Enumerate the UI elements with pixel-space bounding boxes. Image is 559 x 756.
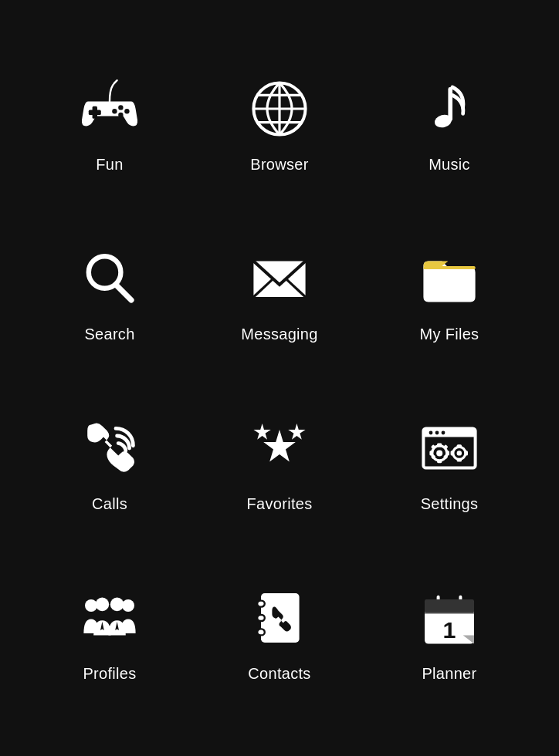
svg-marker-20 bbox=[253, 424, 270, 440]
gamepad-icon bbox=[75, 74, 144, 143]
calendar-icon: 1 bbox=[415, 583, 484, 653]
svg-point-2 bbox=[118, 105, 123, 110]
app-item-favorites[interactable]: Favorites bbox=[195, 378, 364, 548]
app-label-favorites: Favorites bbox=[247, 495, 313, 513]
svg-rect-50 bbox=[257, 600, 265, 606]
svg-point-3 bbox=[124, 109, 129, 113]
app-item-calls[interactable]: Calls bbox=[25, 378, 195, 548]
app-item-music[interactable]: Music bbox=[364, 39, 534, 208]
app-item-myfiles[interactable]: My Files bbox=[364, 208, 534, 378]
svg-rect-29 bbox=[437, 443, 442, 447]
app-item-contacts[interactable]: Contacts bbox=[195, 548, 364, 717]
app-label-contacts: Contacts bbox=[248, 665, 310, 683]
search-icon bbox=[75, 244, 144, 313]
globe-icon bbox=[245, 74, 314, 143]
svg-point-28 bbox=[436, 450, 442, 456]
svg-rect-51 bbox=[257, 615, 265, 621]
svg-rect-41 bbox=[451, 451, 454, 455]
svg-marker-19 bbox=[263, 430, 296, 462]
svg-point-4 bbox=[118, 112, 123, 116]
app-item-messaging[interactable]: Messaging bbox=[195, 208, 364, 378]
svg-rect-1 bbox=[89, 110, 101, 114]
mail-icon bbox=[245, 244, 314, 313]
svg-point-43 bbox=[85, 599, 97, 612]
svg-rect-30 bbox=[437, 459, 442, 463]
app-item-fun[interactable]: Fun bbox=[25, 39, 195, 208]
app-label-music: Music bbox=[429, 156, 470, 174]
app-label-myfiles: My Files bbox=[420, 326, 479, 343]
app-label-fun: Fun bbox=[96, 156, 123, 174]
profiles-icon bbox=[75, 583, 144, 653]
app-label-browser: Browser bbox=[250, 156, 308, 174]
svg-rect-42 bbox=[465, 451, 468, 455]
app-item-settings[interactable]: Settings bbox=[364, 378, 534, 548]
svg-line-14 bbox=[116, 285, 131, 300]
app-label-messaging: Messaging bbox=[241, 326, 317, 343]
app-label-planner: Planner bbox=[422, 665, 476, 683]
music-icon bbox=[415, 74, 484, 143]
svg-point-44 bbox=[96, 597, 110, 611]
app-label-calls: Calls bbox=[92, 495, 127, 513]
app-item-profiles[interactable]: Profiles bbox=[25, 548, 195, 717]
settings-icon bbox=[415, 413, 484, 483]
svg-point-45 bbox=[110, 597, 124, 611]
svg-rect-52 bbox=[257, 629, 265, 635]
svg-point-24 bbox=[429, 430, 433, 434]
svg-point-5 bbox=[112, 109, 117, 113]
svg-point-25 bbox=[435, 430, 439, 434]
app-item-planner[interactable]: 1 Planner bbox=[364, 548, 534, 717]
svg-rect-39 bbox=[457, 444, 462, 447]
stars-icon bbox=[245, 413, 314, 483]
app-label-profiles: Profiles bbox=[83, 665, 136, 683]
svg-point-26 bbox=[442, 430, 446, 434]
app-item-search[interactable]: Search bbox=[25, 208, 195, 378]
folder-icon bbox=[415, 244, 484, 313]
svg-text:1: 1 bbox=[443, 616, 456, 642]
app-label-search: Search bbox=[84, 326, 134, 343]
svg-rect-33 bbox=[431, 444, 436, 450]
svg-rect-18 bbox=[423, 266, 475, 269]
contacts-icon bbox=[245, 583, 314, 653]
app-item-browser[interactable]: Browser bbox=[195, 39, 364, 208]
svg-marker-21 bbox=[288, 424, 305, 440]
svg-rect-40 bbox=[457, 458, 462, 461]
svg-point-46 bbox=[122, 599, 134, 612]
app-label-settings: Settings bbox=[421, 495, 479, 513]
svg-rect-34 bbox=[443, 444, 449, 450]
svg-point-38 bbox=[457, 451, 462, 455]
app-grid: Fun Browser bbox=[17, 23, 542, 733]
svg-rect-59 bbox=[425, 599, 474, 613]
phone-icon bbox=[75, 413, 144, 483]
